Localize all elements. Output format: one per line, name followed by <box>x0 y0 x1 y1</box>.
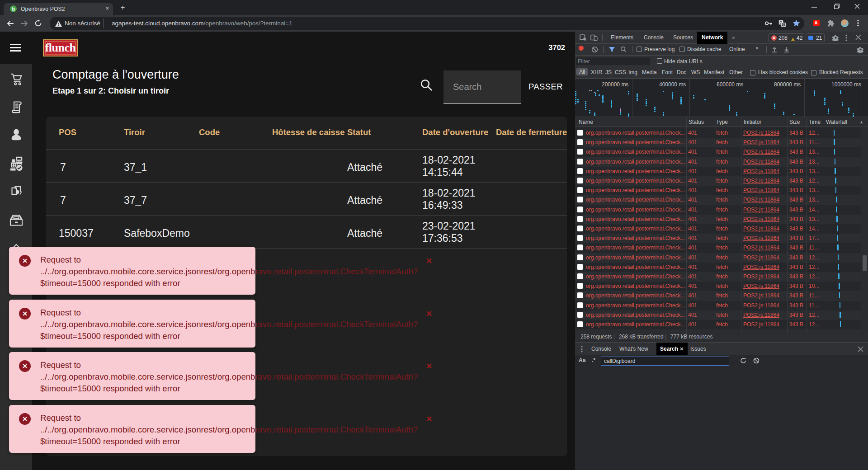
svg-text:文: 文 <box>782 23 785 27</box>
